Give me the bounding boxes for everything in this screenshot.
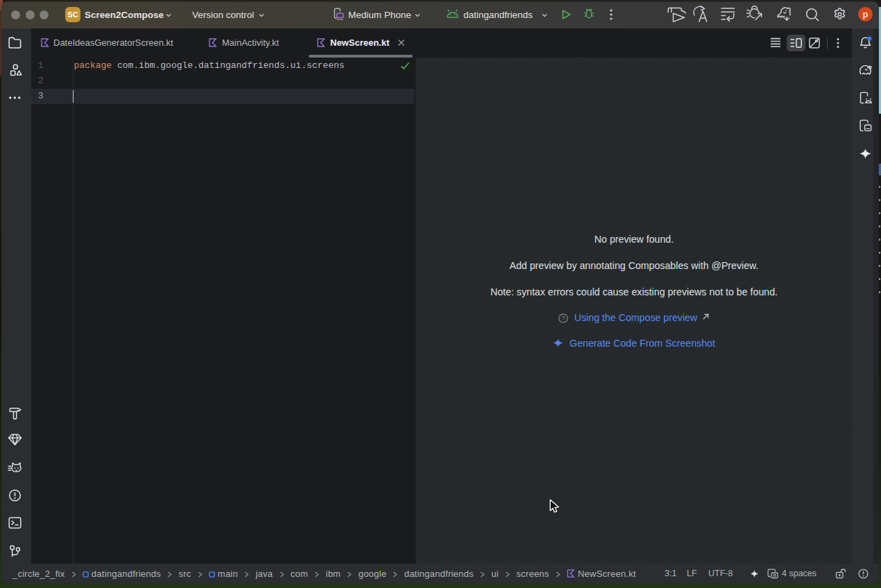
svg-text:?: ? bbox=[561, 314, 565, 322]
